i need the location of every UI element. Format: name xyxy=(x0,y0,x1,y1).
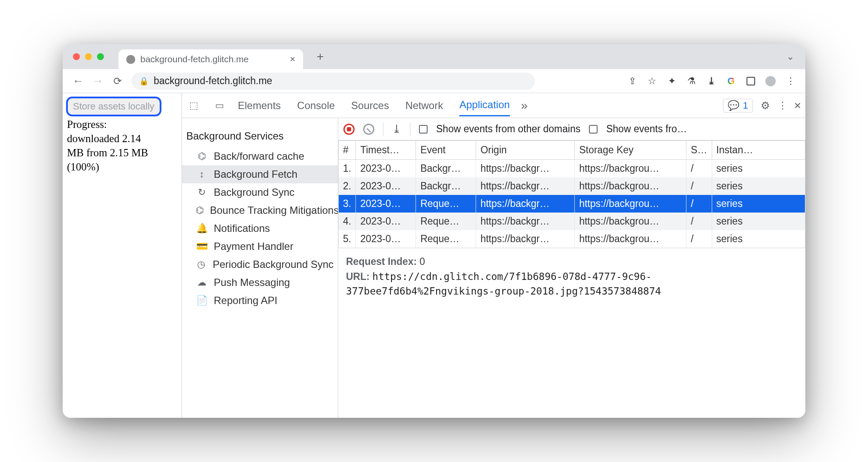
device-toggle-icon[interactable]: ▭ xyxy=(212,100,227,111)
events-col-header[interactable]: S… xyxy=(686,141,712,160)
events-cell: https://backgrou… xyxy=(575,195,686,213)
back-button[interactable]: ← xyxy=(72,74,84,88)
clear-button-icon[interactable] xyxy=(363,124,374,135)
sidebar-item-periodic-background-sync[interactable]: ◷Periodic Background Sync xyxy=(182,255,338,274)
sidebar-item-icon: ◷ xyxy=(196,259,207,270)
sidebar-item-icon: 💳 xyxy=(196,241,208,252)
events-cell: 2023-0… xyxy=(356,160,416,178)
browser-tab[interactable]: background-fetch.glitch.me × xyxy=(118,49,303,69)
close-tab-icon[interactable]: × xyxy=(290,54,295,65)
devtools-tab-application[interactable]: Application xyxy=(459,94,510,116)
forward-button[interactable]: → xyxy=(92,74,104,88)
sidebar-item-label: Periodic Background Sync xyxy=(213,258,334,271)
sidebar-item-icon: 🔔 xyxy=(196,223,208,234)
download-events-icon[interactable]: ⤓ xyxy=(392,122,401,136)
sidebar-item-label: Background Sync xyxy=(214,186,294,198)
events-cell: Reque… xyxy=(416,230,476,248)
events-row[interactable]: 3.2023-0…Reque…https://backgr…https://ba… xyxy=(339,195,805,213)
events-cell: 2023-0… xyxy=(356,230,416,248)
sidepanel-icon[interactable] xyxy=(745,76,756,87)
events-col-header[interactable]: Timest… xyxy=(356,141,416,160)
sidebar-item-label: Push Messaging xyxy=(214,277,290,289)
events-row[interactable]: 1.2023-0…Backgr…https://backgr…https://b… xyxy=(339,160,805,178)
events-cell: series xyxy=(712,160,805,178)
google-icon[interactable]: G xyxy=(725,76,737,87)
events-col-header[interactable]: Instan… xyxy=(712,141,805,160)
star-icon[interactable]: ☆ xyxy=(646,76,658,87)
events-cell: 5. xyxy=(339,230,356,248)
devtools-menu-icon[interactable]: ⋮ xyxy=(778,100,786,111)
checkbox-other-domains[interactable] xyxy=(419,125,428,134)
devtools-toolbar: ⬚ ▭ ElementsConsoleSourcesNetworkApplica… xyxy=(182,93,805,118)
events-cell: https://backgr… xyxy=(476,213,575,230)
devtools-tab-sources[interactable]: Sources xyxy=(351,95,389,116)
devtools-close-icon[interactable]: × xyxy=(794,99,801,112)
address-bar[interactable]: 🔒 background-fetch.glitch.me xyxy=(131,73,535,90)
new-tab-button[interactable]: + xyxy=(312,48,329,65)
sidebar-heading: Background Services xyxy=(182,124,338,147)
events-row[interactable]: 5.2023-0…Reque…https://backgr…https://ba… xyxy=(339,230,805,248)
record-button-icon[interactable] xyxy=(343,124,355,135)
issues-icon: 💬 xyxy=(728,100,739,111)
events-cell: 2023-0… xyxy=(356,177,416,195)
events-row[interactable]: 4.2023-0…Reque…https://backgr…https://ba… xyxy=(339,213,805,230)
sidebar-item-background-fetch[interactable]: ↕Background Fetch xyxy=(182,165,338,183)
events-cell: series xyxy=(712,230,805,248)
events-col-header[interactable]: Storage Key xyxy=(575,141,686,160)
events-col-header[interactable]: # xyxy=(339,141,356,160)
sidebar-item-background-sync[interactable]: ↻Background Sync xyxy=(182,183,338,201)
issues-count: 1 xyxy=(743,100,748,111)
chrome-menu-icon[interactable]: ⋮ xyxy=(785,76,796,87)
extensions-icon[interactable]: ✦ xyxy=(666,76,677,87)
download-icon[interactable]: ⤓ xyxy=(706,76,717,87)
events-col-header[interactable]: Event xyxy=(416,141,476,160)
settings-gear-icon[interactable]: ⚙ xyxy=(761,100,770,112)
minimize-window-icon[interactable] xyxy=(85,53,92,60)
flask-icon[interactable]: ⚗ xyxy=(686,76,697,87)
sidebar-item-icon: ☁ xyxy=(196,277,208,288)
sidebar-item-icon: ⌬ xyxy=(196,205,204,216)
devtools-body: Background Services ⌬Back/forward cache↕… xyxy=(182,118,805,418)
maximize-window-icon[interactable] xyxy=(97,53,104,60)
share-icon[interactable]: ⇪ xyxy=(627,76,638,87)
inspect-element-icon[interactable]: ⬚ xyxy=(186,100,201,111)
devtools-tab-console[interactable]: Console xyxy=(297,95,335,116)
reload-button[interactable]: ⟳ xyxy=(112,75,124,87)
sidebar-item-icon: ⌬ xyxy=(196,151,208,162)
tab-overflow-chevron-icon[interactable]: ⌄ xyxy=(786,51,798,62)
events-row[interactable]: 2.2023-0…Backgr…https://backgr…https://b… xyxy=(339,177,805,195)
request-index-label: Request Index: xyxy=(346,256,417,267)
events-cell: / xyxy=(686,213,712,230)
sidebar-item-back-forward-cache[interactable]: ⌬Back/forward cache xyxy=(182,147,338,165)
sidebar-item-reporting-api[interactable]: 📄Reporting API xyxy=(182,292,338,310)
events-cell: Reque… xyxy=(416,195,476,213)
events-cell: https://backgrou… xyxy=(575,230,686,248)
close-window-icon[interactable] xyxy=(73,53,80,60)
store-assets-button[interactable]: Store assets locally xyxy=(66,97,161,116)
sidebar-item-label: Background Fetch xyxy=(214,168,297,180)
events-cell: 2. xyxy=(339,177,356,195)
separator xyxy=(410,123,410,136)
progress-line: downloaded 2.14 xyxy=(67,133,141,144)
profile-avatar-icon[interactable] xyxy=(765,76,776,87)
sidebar-item-bounce-tracking-mitigations[interactable]: ⌬Bounce Tracking Mitigations xyxy=(182,201,338,219)
sidebar-item-push-messaging[interactable]: ☁Push Messaging xyxy=(182,274,338,292)
sidebar-item-label: Bounce Tracking Mitigations xyxy=(210,204,338,216)
events-cell: series xyxy=(712,213,805,230)
events-cell: 3. xyxy=(339,195,356,213)
events-cell: https://backgr… xyxy=(476,195,575,213)
checkbox-show-events-from[interactable] xyxy=(589,125,598,134)
tab-bar: background-fetch.glitch.me × + ⌄ xyxy=(63,44,805,69)
devtools-tab-elements[interactable]: Elements xyxy=(238,95,281,116)
checkbox-show-events-from-label: Show events fro… xyxy=(606,123,687,135)
events-cell: https://backgrou… xyxy=(575,213,686,230)
issues-badge[interactable]: 💬 1 xyxy=(723,99,753,112)
devtools-sidebar: Background Services ⌬Back/forward cache↕… xyxy=(182,118,338,418)
sidebar-item-notifications[interactable]: 🔔Notifications xyxy=(182,219,338,237)
events-col-header[interactable]: Origin xyxy=(476,141,575,160)
devtools-tab-network[interactable]: Network xyxy=(405,95,443,116)
sidebar-item-payment-handler[interactable]: 💳Payment Handler xyxy=(182,237,338,255)
sidebar-item-icon: 📄 xyxy=(196,295,208,306)
more-tabs-chevron-icon[interactable]: » xyxy=(521,99,528,112)
sidebar-item-label: Back/forward cache xyxy=(214,150,304,162)
